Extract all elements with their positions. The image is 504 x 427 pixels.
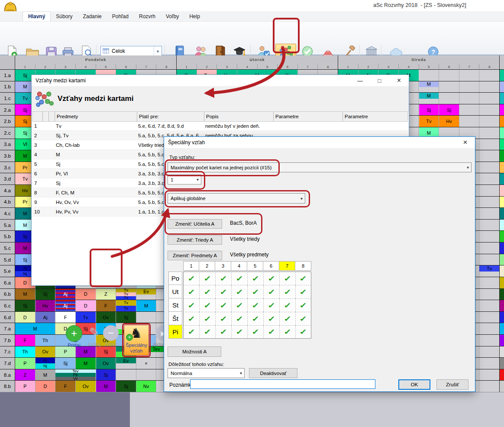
close-icon[interactable]: × bbox=[389, 75, 409, 86]
timetable-subcell[interactable]: Tv bbox=[116, 292, 136, 296]
table-header-cell[interactable]: Popis bbox=[204, 112, 273, 121]
timetable-cell[interactable] bbox=[500, 208, 504, 219]
grid-check-cell[interactable]: ✓ bbox=[183, 312, 199, 325]
timetable-cell[interactable]: Sj bbox=[96, 346, 116, 358]
tab-rozvrh[interactable]: Rozvrh bbox=[134, 11, 161, 21]
timetable-cell[interactable] bbox=[500, 335, 504, 346]
timetable-cell[interactable] bbox=[500, 116, 504, 127]
cancel-button[interactable]: Zrušiť bbox=[436, 379, 468, 390]
grid-check-cell[interactable]: ✓ bbox=[263, 285, 279, 298]
apply-scope-dropdown[interactable]: Aplikuj globálne ▾ bbox=[168, 193, 305, 204]
timetable-cell[interactable]: Nv bbox=[136, 381, 156, 392]
timetable-cell[interactable]: Aj bbox=[36, 312, 55, 323]
grid-check-cell[interactable]: ✓ bbox=[295, 312, 311, 325]
grid-check-cell[interactable]: ✓ bbox=[295, 298, 311, 312]
timetable-cell[interactable]: Tv bbox=[479, 265, 499, 271]
grid-check-cell[interactable]: ✓ bbox=[183, 325, 199, 339]
grid-period-header[interactable]: 3 bbox=[215, 261, 231, 271]
timetable-cell[interactable]: Ev bbox=[116, 358, 136, 363]
timetable-cell[interactable]: Sj bbox=[116, 312, 136, 323]
timetable-cell[interactable]: TevPpVv bbox=[55, 369, 95, 381]
grid-check-cell[interactable]: ✓ bbox=[263, 312, 279, 325]
timetable-cell[interactable]: D bbox=[76, 289, 96, 300]
timetable-cell[interactable]: Hv bbox=[439, 116, 459, 127]
grid-day-label[interactable]: Št bbox=[168, 312, 182, 325]
grid-check-cell[interactable]: ✓ bbox=[215, 298, 231, 312]
timetable-subcell[interactable]: Nj bbox=[36, 363, 55, 369]
importance-dropdown[interactable]: Normálna ▾ bbox=[168, 368, 245, 378]
timetable-cell[interactable]: P bbox=[15, 381, 35, 392]
timetable-cell[interactable] bbox=[500, 162, 504, 173]
table-header-cell[interactable] bbox=[42, 112, 48, 121]
grid-check-cell[interactable]: ✓ bbox=[215, 325, 231, 339]
grid-check-cell[interactable]: ✓ bbox=[279, 325, 295, 339]
timetable-cell[interactable]: Hv bbox=[36, 300, 55, 311]
tab-help[interactable]: Help bbox=[184, 11, 205, 21]
table-header-cell[interactable]: Predmety bbox=[55, 112, 137, 121]
grid-check-cell[interactable]: ✓ bbox=[199, 325, 215, 339]
timetable-subcell[interactable]: Tv bbox=[116, 300, 136, 306]
grid-day-label[interactable]: St bbox=[168, 298, 182, 312]
grid-check-cell[interactable]: ✓ bbox=[247, 298, 263, 312]
timetable-cell[interactable]: D bbox=[76, 300, 96, 311]
timetable-cell[interactable]: Sj bbox=[439, 104, 459, 116]
grid-check-cell[interactable]: ✓ bbox=[247, 272, 263, 285]
tab-voby[interactable]: Voľby bbox=[161, 11, 184, 21]
grid-day-label[interactable]: Po bbox=[168, 272, 182, 285]
grid-check-cell[interactable]: ✓ bbox=[279, 312, 295, 325]
grid-period-header[interactable]: 1 bbox=[183, 261, 199, 271]
timetable-cell[interactable]: Th bbox=[15, 346, 35, 358]
grid-check-cell[interactable]: ✓ bbox=[231, 312, 247, 325]
timetable-cell[interactable] bbox=[500, 81, 504, 93]
timetable-cell[interactable]: Sj bbox=[36, 289, 55, 300]
table-header-cell[interactable] bbox=[33, 112, 42, 121]
timetable-cell[interactable] bbox=[500, 277, 504, 288]
ok-button[interactable]: OK bbox=[398, 379, 430, 390]
tab-hlavn[interactable]: Hlavný bbox=[23, 11, 51, 21]
grid-check-cell[interactable]: ✓ bbox=[295, 325, 311, 339]
change-teachers-button[interactable]: Zmeniť: Učitelia A bbox=[168, 219, 222, 229]
timetable-cell[interactable] bbox=[500, 254, 504, 265]
timetable-cell[interactable]: Sj bbox=[116, 381, 136, 392]
grid-check-cell[interactable]: ✓ bbox=[279, 272, 295, 285]
timetable-cell[interactable] bbox=[500, 243, 504, 254]
timetable-cell[interactable]: Ov bbox=[96, 312, 116, 323]
timetable-cell[interactable] bbox=[500, 185, 504, 196]
timetable-cell[interactable] bbox=[500, 265, 504, 277]
grid-check-cell[interactable]: ✓ bbox=[279, 298, 295, 312]
timetable-cell[interactable]: TvTvTv bbox=[116, 289, 136, 300]
table-row[interactable]: 1Tv5.e, 6.d, 7.d, 8.d, 9.dnemôžu byť v j… bbox=[32, 121, 408, 131]
timetable-cell[interactable]: M bbox=[15, 289, 35, 300]
timetable-cell[interactable] bbox=[500, 104, 504, 116]
grid-check-cell[interactable]: ✓ bbox=[183, 298, 199, 312]
grid-check-cell[interactable]: ✓ bbox=[199, 272, 215, 285]
tab-pohad[interactable]: Pohľad bbox=[107, 11, 134, 21]
timetable-cell[interactable]: Z bbox=[15, 369, 35, 381]
timetable-cell[interactable]: Aj bbox=[55, 300, 75, 311]
grid-check-cell[interactable]: ✓ bbox=[295, 272, 311, 285]
timetable-subcell[interactable]: Tv bbox=[116, 296, 136, 300]
grid-check-cell[interactable]: ✓ bbox=[247, 312, 263, 325]
timetable-cell[interactable]: M bbox=[419, 93, 439, 98]
timetable-cell[interactable]: M bbox=[419, 81, 439, 87]
timetable-cell[interactable]: P bbox=[15, 358, 35, 369]
grid-period-header[interactable]: 8 bbox=[295, 261, 311, 271]
view-selector-combobox[interactable]: Celok ▾ bbox=[100, 46, 162, 56]
grid-check-cell[interactable]: ✓ bbox=[215, 312, 231, 325]
timetable-cell[interactable]: F bbox=[15, 335, 35, 346]
timetable-cell[interactable] bbox=[500, 369, 504, 381]
change-classes-button[interactable]: Zmeniť: Triedy A bbox=[168, 235, 222, 245]
timetable-cell[interactable] bbox=[500, 139, 504, 150]
timetable-cell[interactable]: Ev bbox=[136, 289, 156, 294]
timetable-subcell[interactable]: Tv bbox=[116, 289, 136, 293]
timetable-cell[interactable] bbox=[500, 127, 504, 139]
grid-check-cell[interactable]: ✓ bbox=[231, 285, 247, 298]
grid-day-label[interactable]: Pi bbox=[168, 325, 182, 339]
grid-check-cell[interactable]: ✓ bbox=[279, 285, 295, 298]
dialog-button-minus[interactable]: −Zmaž bbox=[99, 325, 123, 347]
change-subjects-button[interactable]: Zmeniť: Predmety A bbox=[168, 251, 222, 260]
dialog-button-knight[interactable]: ♞+Špeciálny vzťah bbox=[124, 325, 149, 356]
count-dropdown[interactable]: 1 ▾ bbox=[168, 175, 201, 184]
grid-check-cell[interactable]: ✓ bbox=[199, 298, 215, 312]
grid-check-cell[interactable]: ✓ bbox=[231, 325, 247, 339]
